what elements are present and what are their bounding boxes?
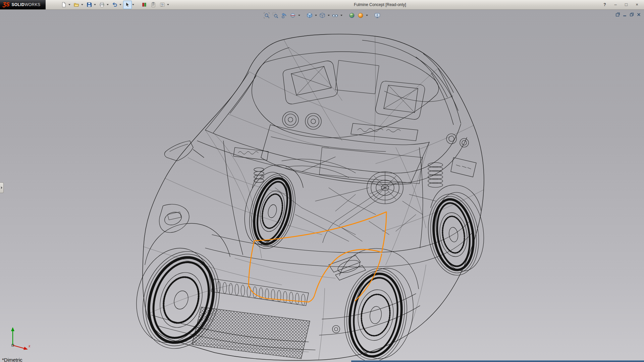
solidworks-logo-icon: ƷS bbox=[3, 2, 9, 7]
headsup-view-toolbar bbox=[263, 11, 381, 19]
view-settings-button[interactable] bbox=[373, 11, 381, 19]
rebuild-icon bbox=[142, 2, 147, 7]
zoom-to-fit-icon bbox=[264, 12, 270, 18]
selected-sketch[interactable] bbox=[249, 212, 386, 302]
save-floppy-icon bbox=[87, 2, 92, 7]
open-dropdown[interactable] bbox=[81, 4, 83, 5]
new-document-button[interactable] bbox=[59, 1, 68, 9]
apply-scene-icon bbox=[349, 12, 355, 18]
wheel-rear-left bbox=[237, 168, 303, 253]
minimize-button[interactable]: – bbox=[612, 0, 619, 9]
save-button[interactable] bbox=[85, 1, 94, 9]
display-style-icon bbox=[319, 12, 325, 18]
wireframe-model[interactable] bbox=[0, 9, 644, 362]
select-button[interactable] bbox=[123, 1, 132, 9]
window-title: Fulmine Concept [Read-only] bbox=[354, 0, 406, 9]
previous-view-icon bbox=[281, 12, 287, 18]
zoom-to-area-button[interactable] bbox=[271, 11, 279, 19]
view-orientation-dropdown[interactable] bbox=[315, 15, 317, 16]
new-document-icon bbox=[61, 2, 66, 7]
brand-suffix: WORKS bbox=[24, 2, 40, 7]
doc-restore-icon bbox=[630, 12, 634, 17]
solidworks-logo: ƷS SOLIDWORKS bbox=[0, 0, 46, 9]
section-view-icon bbox=[290, 12, 296, 18]
view-settings-icon bbox=[374, 12, 380, 18]
previous-view-button[interactable] bbox=[280, 11, 288, 19]
undo-button[interactable] bbox=[110, 1, 119, 9]
zoom-to-area-icon bbox=[272, 12, 278, 18]
doc-float-button[interactable] bbox=[615, 12, 620, 17]
clipboard-icon bbox=[151, 2, 156, 7]
car-body-wireframe bbox=[124, 34, 489, 362]
expand-arrow-icon bbox=[1, 186, 2, 189]
feature-manager-collapse-tab[interactable] bbox=[0, 182, 4, 193]
options-button[interactable] bbox=[158, 1, 167, 9]
open-button[interactable] bbox=[72, 1, 81, 9]
zoom-to-fit-button[interactable] bbox=[263, 11, 271, 19]
window-controls: ? – □ × bbox=[602, 0, 644, 9]
options-dropdown[interactable] bbox=[167, 4, 169, 5]
display-style-dropdown[interactable] bbox=[328, 15, 330, 16]
brand-prefix: SOLID bbox=[11, 2, 24, 7]
wheel-rear-right bbox=[423, 189, 489, 279]
view-orientation-button[interactable] bbox=[306, 11, 314, 19]
print-icon bbox=[99, 2, 105, 7]
open-folder-icon bbox=[74, 2, 79, 7]
doc-minimize-icon bbox=[623, 12, 627, 17]
undo-dropdown[interactable] bbox=[119, 4, 121, 5]
doc-float-icon bbox=[615, 12, 620, 17]
hide-show-items-button[interactable] bbox=[331, 11, 339, 19]
section-view-button[interactable] bbox=[289, 11, 297, 19]
hide-show-glasses-icon bbox=[332, 12, 338, 18]
rebuild-button[interactable] bbox=[140, 1, 149, 9]
undo-arrow-icon bbox=[112, 2, 117, 7]
edit-appearance-dropdown[interactable] bbox=[366, 15, 368, 16]
document-window-controls bbox=[615, 12, 641, 17]
x-axis-label: x bbox=[28, 344, 31, 348]
taskbar-sliver[interactable] bbox=[351, 360, 644, 362]
title-bar: ƷS SOLIDWORKS Fu bbox=[0, 0, 644, 10]
main-toolbar bbox=[59, 0, 170, 9]
edit-appearance-button[interactable] bbox=[357, 11, 365, 19]
apply-scene-button[interactable] bbox=[348, 11, 356, 19]
brand-text: SOLIDWORKS bbox=[11, 2, 40, 7]
doc-minimize-button[interactable] bbox=[622, 12, 627, 17]
help-button[interactable]: ? bbox=[602, 0, 608, 9]
select-dropdown[interactable] bbox=[132, 4, 134, 5]
doc-close-button[interactable] bbox=[636, 12, 641, 17]
print-dropdown[interactable] bbox=[107, 4, 109, 5]
x-axis bbox=[13, 345, 25, 349]
new-document-dropdown[interactable] bbox=[68, 4, 70, 5]
options-icon bbox=[160, 2, 165, 7]
graphics-viewport[interactable]: x *Dimetric bbox=[0, 9, 644, 362]
print-button[interactable] bbox=[98, 1, 106, 9]
save-dropdown[interactable] bbox=[94, 4, 96, 5]
maximize-button[interactable]: □ bbox=[623, 0, 629, 9]
select-cursor-icon bbox=[125, 2, 130, 7]
doc-close-icon bbox=[637, 12, 641, 17]
y-axis-arrowhead bbox=[11, 327, 14, 331]
close-button[interactable]: × bbox=[634, 0, 640, 9]
section-view-dropdown[interactable] bbox=[298, 15, 300, 16]
wheel-front-right bbox=[338, 263, 419, 362]
file-properties-button[interactable] bbox=[149, 1, 158, 9]
doc-restore-button[interactable] bbox=[629, 12, 634, 17]
x-axis-arrowhead bbox=[23, 347, 28, 350]
view-orientation-label: *Dimetric bbox=[2, 357, 22, 362]
reference-triad[interactable]: x bbox=[7, 325, 34, 352]
edit-appearance-icon bbox=[358, 12, 364, 18]
display-style-button[interactable] bbox=[318, 11, 326, 19]
view-orientation-cube-icon bbox=[307, 12, 313, 18]
hide-show-dropdown[interactable] bbox=[340, 15, 342, 16]
